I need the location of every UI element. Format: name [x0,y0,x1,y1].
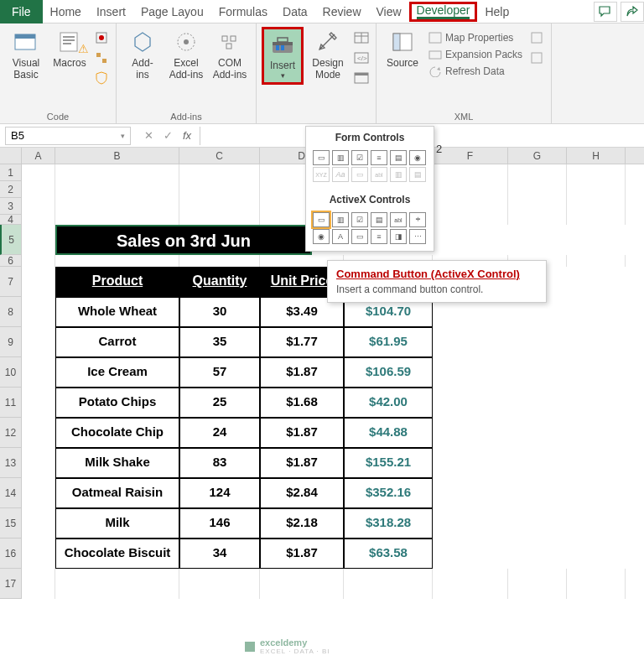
form-list-icon[interactable]: ▤ [390,150,407,165]
macros-button[interactable]: Macros ⚠ [49,27,91,70]
tab-page-layout[interactable]: Page Layou [133,2,211,22]
select-all-corner[interactable] [0,148,22,164]
import-icon[interactable] [527,29,546,47]
empty-cell[interactable] [344,569,433,599]
tab-review[interactable]: Review [315,2,369,22]
empty-cell[interactable] [433,569,508,599]
table-cell[interactable]: Milk Shake [55,448,179,478]
empty-cell[interactable] [55,181,179,198]
form-text-icon[interactable]: abl [371,167,387,182]
row-header[interactable]: 13 [0,448,22,478]
macro-security-icon[interactable] [92,69,111,87]
export-icon[interactable] [527,49,546,67]
comments-icon[interactable] [594,2,617,22]
tab-developer[interactable]: Developer [409,2,478,22]
empty-cell[interactable] [179,569,260,599]
empty-cell[interactable] [22,164,55,181]
activex-check-icon[interactable]: ☑ [351,212,368,227]
table-cell[interactable]: Whole Wheat [55,297,179,327]
table-cell[interactable]: Potato Chips [55,388,179,418]
table-cell[interactable]: Milk [55,508,179,539]
table-cell[interactable]: 24 [179,418,260,448]
view-code-icon[interactable]: </> [352,49,371,67]
table-cell[interactable]: 25 [179,388,260,418]
activex-toggle-icon[interactable]: ◨ [390,229,407,244]
enter-icon[interactable]: ✓ [164,129,173,142]
empty-cell[interactable] [433,198,508,215]
row-header[interactable]: 12 [0,418,22,448]
tab-home[interactable]: Home [43,2,89,22]
form-option-icon[interactable]: ◉ [409,150,426,165]
row-header[interactable]: 17 [0,569,22,599]
empty-cell[interactable] [508,215,567,225]
fx-icon[interactable]: fx [183,129,191,142]
form-label-icon[interactable]: Aa [332,167,349,182]
form-button-icon[interactable]: ▭ [313,150,330,165]
col-header-a[interactable]: A [22,148,55,164]
tab-help[interactable]: Help [477,2,517,22]
empty-cell[interactable] [55,215,179,225]
activex-scroll-icon[interactable]: ⫩ [409,212,426,227]
table-header[interactable]: Quantity [179,267,260,297]
tab-view[interactable]: View [369,2,409,22]
visual-basic-button[interactable]: Visual Basic [5,27,47,83]
empty-cell[interactable] [433,215,508,225]
run-dialog-icon[interactable] [352,69,371,87]
empty-cell[interactable] [22,255,55,267]
table-cell[interactable]: $318.28 [344,508,433,539]
empty-cell[interactable] [179,255,260,267]
empty-cell[interactable] [567,569,626,599]
table-cell[interactable]: $42.00 [344,388,433,418]
row-header[interactable]: 6 [0,255,22,267]
form-scroll-icon[interactable]: ▤ [409,167,426,182]
row-header[interactable]: 1 [0,164,22,181]
empty-cell[interactable] [433,181,508,198]
table-cell[interactable]: $1.77 [260,327,344,357]
empty-cell[interactable] [55,255,179,267]
source-button[interactable]: Source [382,27,423,70]
empty-cell[interactable] [22,569,55,599]
row-header[interactable]: 3 [0,198,22,215]
name-box[interactable]: B5 ▾ [5,127,131,145]
empty-cell[interactable] [567,255,626,267]
record-macro-icon[interactable] [92,29,111,47]
row-header[interactable]: 8 [0,297,22,327]
activex-label-icon[interactable]: A [332,229,349,244]
relative-refs-icon[interactable] [92,49,111,67]
table-cell[interactable]: 146 [179,508,260,539]
insert-controls-button[interactable]: Insert ▾ [262,27,304,85]
table-cell[interactable]: $1.87 [260,357,344,388]
row-header[interactable]: 4 [0,215,22,225]
form-combo-icon[interactable]: ▥ [332,150,349,165]
table-cell[interactable]: Carrot [55,327,179,357]
activex-list-icon[interactable]: ▤ [371,212,387,227]
table-cell[interactable]: $1.87 [260,418,344,448]
empty-cell[interactable] [508,164,567,181]
row-header[interactable]: 7 [0,267,22,297]
row-header[interactable]: 10 [0,357,22,388]
empty-cell[interactable] [179,198,260,215]
col-header-c[interactable]: C [179,148,260,164]
table-cell[interactable]: $61.95 [344,327,433,357]
table-cell[interactable]: 83 [179,448,260,478]
table-cell[interactable]: Chocolate Biscuit [55,539,179,569]
activex-text-icon[interactable]: abl [390,212,407,227]
table-title[interactable]: Sales on 3rd Jun [55,225,312,255]
table-cell[interactable]: $44.88 [344,418,433,448]
tab-data[interactable]: Data [275,2,315,22]
empty-cell[interactable] [508,198,567,215]
empty-cell[interactable] [179,164,260,181]
empty-cell[interactable] [567,181,626,198]
expansion-packs-button[interactable]: Expansion Packs [425,47,526,62]
form-combo2-icon[interactable]: ▥ [390,167,407,182]
row-header[interactable]: 9 [0,327,22,357]
table-cell[interactable]: Chocolate Chip [55,418,179,448]
col-header-b[interactable]: B [55,148,179,164]
table-cell[interactable]: $2.84 [260,478,344,508]
empty-cell[interactable] [22,215,55,225]
addins-button[interactable]: Add- ins [122,27,164,83]
properties-icon[interactable] [352,29,371,47]
activex-combo-icon[interactable]: ▥ [332,212,349,227]
empty-cell[interactable] [433,164,508,181]
col-header-f[interactable]: F [433,148,508,164]
